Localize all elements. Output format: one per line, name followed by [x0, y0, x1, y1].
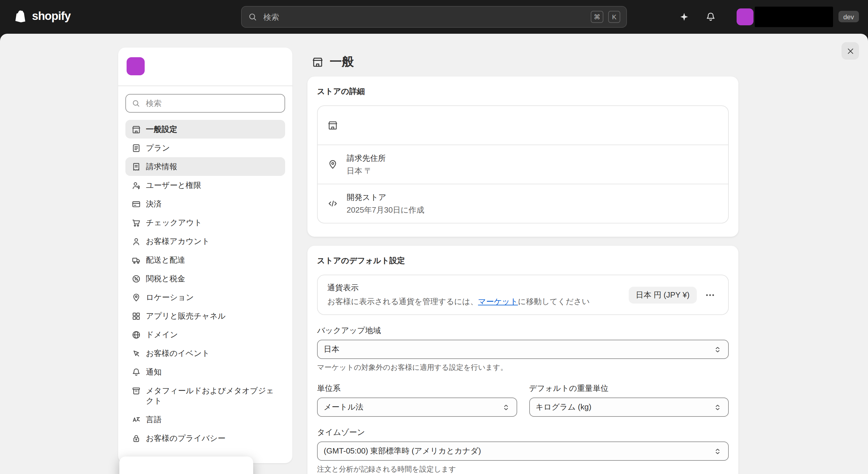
chevron-updown-icon — [713, 447, 722, 455]
global-search-input[interactable] — [262, 12, 586, 22]
bell-icon — [705, 11, 716, 22]
settings-modal: 一般設定 プラン 請求情報 ユーザーと権限 決済 チェックアウト お客様アカウン… — [0, 34, 868, 474]
timezone-help: 注文と分析が記録される時間を設定します — [317, 464, 729, 474]
currency-label: 通貨表示 — [327, 282, 628, 293]
lock-icon — [131, 434, 141, 443]
shopify-wordmark: shopify — [32, 10, 70, 23]
markets-link[interactable]: マーケット — [478, 297, 518, 306]
close-icon — [846, 47, 855, 55]
person-icon — [131, 237, 141, 246]
sidebar-item-plan[interactable]: プラン — [125, 138, 285, 157]
billing-icon — [131, 162, 141, 172]
env-badge: dev — [838, 11, 859, 22]
chevron-updown-icon — [501, 403, 510, 412]
ellipsis-icon — [705, 290, 715, 300]
backup-region-help: マーケットの対象外のお客様に適用する設定を行います。 — [317, 363, 729, 373]
store-icon — [131, 125, 141, 134]
backup-region-select[interactable]: 日本 — [317, 340, 729, 359]
sidebar-item-locations[interactable]: ロケーション — [125, 288, 285, 307]
unit-system-select[interactable]: メートル法 — [317, 398, 517, 417]
metafields-icon — [131, 386, 141, 396]
sidebar-item-languages[interactable]: 言語 — [125, 410, 285, 429]
sidebar-item-metafields[interactable]: メタフィールドおよびメタオブジェクト — [125, 381, 285, 410]
search-icon — [131, 99, 141, 108]
weight-unit-select[interactable]: キログラム (kg) — [529, 398, 729, 417]
truck-icon — [131, 256, 141, 265]
pin-icon — [131, 293, 141, 302]
page-header: 一般 — [312, 54, 354, 70]
taxes-icon — [131, 274, 141, 284]
store-details-card: ストアの詳細 請求先住所 日本 〒 開発ストア 2025年7月30日に作成 — [307, 76, 738, 237]
globe-icon — [131, 330, 141, 340]
store-defaults-title: ストアのデフォルト設定 — [307, 246, 738, 266]
sidebar-item-duties-taxes[interactable]: 関税と税金 — [125, 269, 285, 288]
sidebar-item-privacy[interactable]: お客様のプライバシー — [125, 429, 285, 447]
backup-region-label: バックアップ地域 — [317, 325, 729, 336]
currency-more-button[interactable] — [702, 286, 718, 303]
sidebar-bottom-popover — [119, 456, 253, 474]
store-detail-row — [318, 106, 728, 144]
checkout-icon — [131, 218, 141, 228]
weight-unit-label: デフォルトの重量単位 — [529, 383, 729, 394]
settings-sidebar: 一般設定 プラン 請求情報 ユーザーと権限 決済 チェックアウト お客様アカウン… — [118, 47, 292, 463]
unit-system-label: 単位系 — [317, 383, 517, 394]
currency-value-badge[interactable]: 日本 円 (JPY ¥) — [628, 286, 697, 303]
store-detail-row: 開発ストア 2025年7月30日に作成 — [318, 184, 728, 223]
notifications-button[interactable] — [701, 7, 720, 27]
store-details-title: ストアの詳細 — [307, 76, 738, 97]
settings-nav: 一般設定 プラン 請求情報 ユーザーと権限 決済 チェックアウト お客様アカウン… — [118, 116, 292, 463]
timezone-select[interactable]: (GMT-05:00) 東部標準時 (アメリカとカナダ) — [317, 441, 729, 461]
payments-icon — [131, 199, 141, 209]
code-icon — [327, 198, 338, 209]
sidebar-item-customer-events[interactable]: お客様のイベント — [125, 344, 285, 363]
store-defaults-card: ストアのデフォルト設定 通貨表示 お客様に表示される通貨を管理するには、マーケッ… — [307, 246, 738, 474]
sidebar-search-input[interactable] — [145, 98, 279, 108]
store-avatar[interactable] — [737, 8, 753, 25]
users-icon — [131, 181, 141, 190]
languages-icon — [131, 415, 141, 425]
sidebar-header — [118, 47, 292, 86]
sidebar-search[interactable] — [125, 94, 285, 113]
sidebar-item-general[interactable]: 一般設定 — [125, 120, 285, 138]
sidebar-item-customer-accounts[interactable]: お客様アカウント — [125, 232, 285, 250]
sidebar-item-apps-channels[interactable]: アプリと販売チャネル — [125, 307, 285, 325]
shopify-bag-icon — [13, 8, 29, 24]
plan-icon — [131, 143, 141, 153]
store-detail-row: 請求先住所 日本 〒 — [318, 144, 728, 184]
shortcut-cmd-key: ⌘ — [591, 11, 603, 23]
sidebar-item-billing[interactable]: 請求情報 — [125, 157, 285, 176]
sidebar-item-notifications[interactable]: 通知 — [125, 363, 285, 381]
sidebar-item-payments[interactable]: 決済 — [125, 195, 285, 213]
store-icon — [312, 56, 324, 68]
chevron-updown-icon — [713, 345, 722, 354]
shortcut-k-key: K — [608, 11, 620, 23]
bell-icon — [131, 367, 141, 377]
currency-description: お客様に表示される通貨を管理するには、マーケットに移動してください — [327, 296, 628, 307]
page-title: 一般 — [330, 54, 354, 70]
events-icon — [131, 349, 141, 358]
sidekick-icon — [679, 11, 689, 22]
chevron-updown-icon — [713, 403, 722, 412]
store-details-list: 請求先住所 日本 〒 開発ストア 2025年7月30日に作成 — [317, 105, 729, 224]
timezone-label: タイムゾーン — [317, 427, 729, 438]
sidebar-item-domains[interactable]: ドメイン — [125, 325, 285, 344]
sidekick-button[interactable] — [675, 7, 694, 27]
sidebar-item-checkout[interactable]: チェックアウト — [125, 213, 285, 232]
shopify-logo[interactable]: shopify — [13, 8, 70, 24]
store-icon — [327, 120, 338, 131]
store-name-redacted — [755, 7, 833, 27]
sidebar-item-shipping-delivery[interactable]: 配送と配達 — [125, 250, 285, 269]
close-button[interactable] — [841, 42, 859, 60]
apps-icon — [131, 311, 141, 321]
search-icon — [248, 12, 257, 22]
global-search[interactable]: ⌘ K — [241, 6, 627, 28]
pin-icon — [327, 159, 338, 170]
store-avatar-small — [127, 57, 145, 75]
topbar: shopify ⌘ K dev — [0, 0, 868, 34]
currency-row: 通貨表示 お客様に表示される通貨を管理するには、マーケットに移動してください 日… — [317, 275, 729, 315]
sidebar-item-users-permissions[interactable]: ユーザーと権限 — [125, 176, 285, 195]
